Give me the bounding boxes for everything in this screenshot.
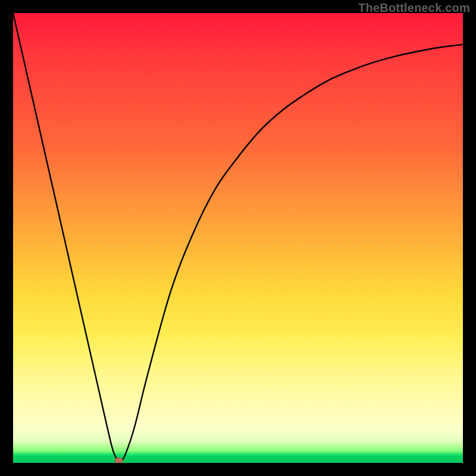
plot-area [13,13,463,463]
optimal-point-marker [115,458,123,463]
chart-frame: TheBottleneck.com [0,0,476,476]
watermark-text: TheBottleneck.com [358,1,470,15]
bottleneck-curve [13,13,463,463]
